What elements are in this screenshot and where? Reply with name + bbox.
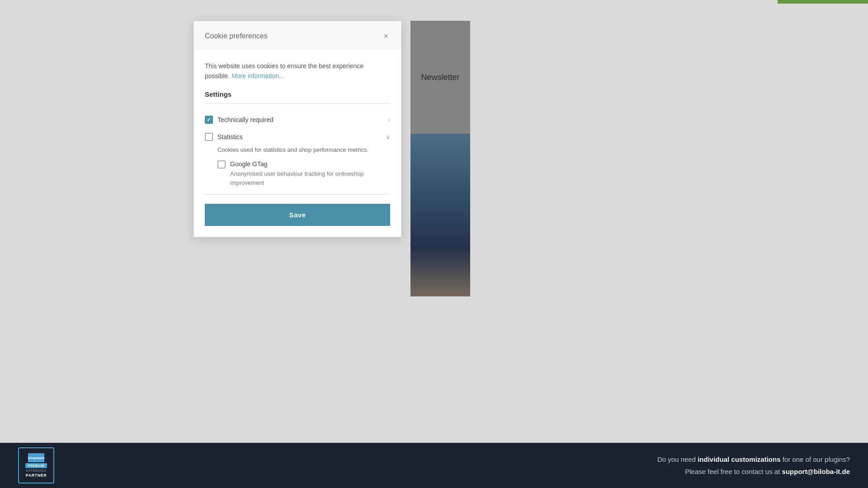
technically-required-checkbox[interactable] <box>205 116 213 124</box>
modal-close-button[interactable]: × <box>382 30 390 42</box>
cookie-preferences-modal: Cookie preferences × This website uses c… <box>193 21 401 237</box>
footer-contact-text: Please feel free to contact us at <box>685 468 780 475</box>
google-gtag-label: Google GTag <box>230 160 390 168</box>
modal-header: Cookie preferences × <box>194 21 401 50</box>
footer-cta-bold: individual customizations <box>698 455 780 463</box>
footer-email: support@biloba-it.de <box>782 468 850 475</box>
settings-divider <box>205 103 390 104</box>
statistics-chevron: ∨ <box>386 133 390 141</box>
shopware-logo-text: shopware <box>28 456 44 460</box>
badge-box: shopware PREMIUM EXTENSION PARTNER <box>18 447 54 483</box>
modal-footer: Save <box>194 195 401 237</box>
footer-cta-suffix: for one of our plugins? <box>783 455 850 463</box>
statistics-option[interactable]: Statistics ∨ <box>205 128 390 145</box>
google-gtag-description: Anonymised user behaviour tracking for o… <box>230 169 390 187</box>
footer-line-2: Please feel free to contact us at suppor… <box>657 465 850 478</box>
page-footer: shopware PREMIUM EXTENSION PARTNER Do yo… <box>0 443 868 488</box>
modal-description: This website uses cookies to ensure the … <box>205 61 390 81</box>
google-gtag-content: Google GTag Anonymised user behaviour tr… <box>230 160 390 187</box>
modal-body: This website uses cookies to ensure the … <box>194 50 401 195</box>
modal-overlay <box>0 0 868 488</box>
badge-premium-label: PREMIUM <box>25 463 47 468</box>
footer-cta-text: Do you need individual customizations fo… <box>657 453 850 478</box>
more-info-link[interactable]: More information... <box>231 72 284 80</box>
google-gtag-checkbox[interactable] <box>217 160 226 169</box>
badge-partner-label: PARTNER <box>26 473 47 478</box>
badge-extension-label: EXTENSION <box>26 469 47 472</box>
technically-required-chevron: › <box>388 116 390 123</box>
statistics-label: Statistics <box>217 133 386 141</box>
save-button[interactable]: Save <box>205 204 390 226</box>
footer-cta-prefix: Do you need <box>657 455 696 463</box>
shopware-logo: shopware <box>28 453 44 462</box>
statistics-checkbox[interactable] <box>205 133 213 141</box>
technically-required-label: Technically required <box>217 116 388 123</box>
shopware-badge: shopware PREMIUM EXTENSION PARTNER <box>18 447 54 483</box>
technically-required-option[interactable]: Technically required › <box>205 111 390 128</box>
settings-heading: Settings <box>205 90 390 98</box>
google-gtag-option: Google GTag Anonymised user behaviour tr… <box>217 160 390 187</box>
statistics-description: Cookies used for statistics and shop per… <box>217 145 390 155</box>
footer-line-1: Do you need individual customizations fo… <box>657 453 850 465</box>
modal-title: Cookie preferences <box>205 32 268 40</box>
